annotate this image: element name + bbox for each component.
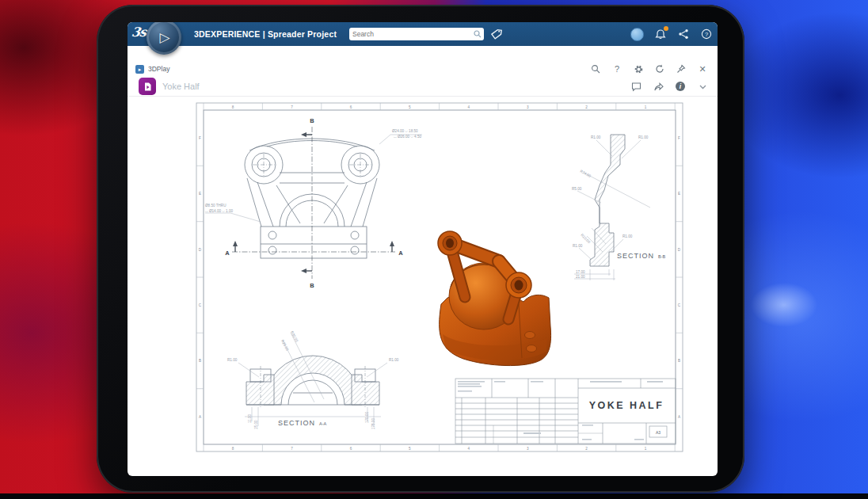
part-title: YOKE HALF xyxy=(589,400,664,411)
window-controls: ? ✕ xyxy=(590,63,708,74)
zone-label: 8 xyxy=(232,447,234,451)
zone-label: 3 xyxy=(527,105,529,109)
document-header: Yoke Half xyxy=(128,76,718,97)
dimension-label: R25.00 xyxy=(280,339,290,352)
document-title: Yoke Half xyxy=(162,82,200,91)
dimension-label: 15.00 xyxy=(254,420,258,429)
global-search[interactable] xyxy=(349,28,484,40)
notification-dot xyxy=(664,26,668,31)
dimension-label: ⌴ Ø14.00 ⌵ 1.00 xyxy=(205,209,233,213)
zone-label: 7 xyxy=(291,105,293,109)
zone-label: E xyxy=(678,192,680,196)
tab-3dplay[interactable]: 3DPlay xyxy=(148,65,169,73)
tag-icon[interactable] xyxy=(489,27,504,41)
section-line-a xyxy=(232,241,395,252)
zone-label: 1 xyxy=(645,447,647,451)
search-input[interactable] xyxy=(349,30,474,38)
dimension-label: 178.00 xyxy=(371,418,375,429)
platform-topbar: 3s 3DEXPERIENCE | Spreader Project xyxy=(128,22,718,46)
dimension-label: ⌴ Ø26.00 ⌵ 4.50 xyxy=(394,135,421,139)
section-marker-a-right: A xyxy=(398,250,403,257)
dimension-label: R1.00 xyxy=(591,135,601,139)
dimension-label: R1.00 xyxy=(638,135,649,139)
pin-icon[interactable] xyxy=(676,63,687,74)
section-marker-a-left: A xyxy=(225,250,230,257)
refresh-icon[interactable] xyxy=(654,63,665,74)
zone-label: A xyxy=(199,415,202,419)
bottom-letterbox-bar xyxy=(0,493,868,499)
section-a-suffix: A-A xyxy=(319,421,327,426)
dimension-label: R1.00 xyxy=(389,358,399,362)
zone-label: C xyxy=(678,303,681,307)
dimension-label: R5.00 xyxy=(572,187,582,191)
zone-label: 7 xyxy=(291,447,293,451)
section-a-label: SECTION xyxy=(278,419,315,427)
zone-label: D xyxy=(199,248,202,252)
3dplay-doc-icon xyxy=(139,78,156,95)
tablet-screen: 3s 3DEXPERIENCE | Spreader Project xyxy=(128,22,718,476)
section-b-suffix: B-B xyxy=(658,254,666,259)
dimension-label: Ø24.00 ⌵ 18.50 xyxy=(392,129,418,133)
dimension-label: 17.00 xyxy=(576,270,585,274)
section-a-dimensions: R30.00 R25.00 R1.00 R1.00 11.00 15.00 17… xyxy=(227,330,399,429)
zone-label: 3 xyxy=(527,447,529,451)
topbar-right-cluster: ? xyxy=(630,22,713,46)
section-marker-b-bottom: B xyxy=(310,282,314,289)
section-marker-b-top: B xyxy=(310,117,314,124)
dimension-label: Ø8.50 THRU xyxy=(205,204,226,208)
zone-label: 6 xyxy=(350,105,352,109)
zone-label: B xyxy=(199,359,201,363)
zone-label: 6 xyxy=(350,447,352,451)
drawing-canvas[interactable]: 8 7 6 5 4 3 2 1 8 7 6 5 4 3 2 1 F xyxy=(128,97,718,476)
zone-label: 4 xyxy=(468,105,470,109)
section-b-label: SECTION xyxy=(617,252,654,260)
help-icon[interactable]: ? xyxy=(700,28,713,40)
zone-label: 2 xyxy=(585,447,588,451)
sheet-format-label: A3 xyxy=(656,430,661,435)
front-view xyxy=(205,127,422,279)
zone-label: 4 xyxy=(468,447,470,451)
zone-label: E xyxy=(199,192,201,196)
zone-label: 8 xyxy=(232,105,234,109)
svg-text:?: ? xyxy=(705,31,708,38)
3dexperience-compass[interactable]: ▷ xyxy=(147,22,181,55)
title-block xyxy=(455,379,676,444)
zone-label: 1 xyxy=(645,105,647,109)
viewer-search-icon[interactable] xyxy=(590,63,601,74)
dimension-label: 170.00 xyxy=(365,412,369,423)
zone-label: B xyxy=(678,359,680,363)
tablet-device: 3s 3DEXPERIENCE | Spreader Project xyxy=(97,5,744,493)
model-3d[interactable] xyxy=(438,231,551,366)
platform-title: 3DEXPERIENCE | Spreader Project xyxy=(194,22,337,46)
compass-play-icon: ▷ xyxy=(159,31,169,44)
zone-label: C xyxy=(199,303,202,307)
user-avatar[interactable] xyxy=(630,28,644,41)
notifications-bell-icon[interactable] xyxy=(654,28,667,40)
dimension-label: R1.00 xyxy=(227,358,238,362)
section-line-b xyxy=(301,127,312,279)
dimension-label: R1.00 xyxy=(622,234,633,238)
zone-label: 5 xyxy=(409,447,411,451)
dimension-label: 11.00 xyxy=(248,413,252,423)
zone-label: A xyxy=(678,415,681,419)
dimension-label: R24.00 xyxy=(580,169,592,178)
3ds-logo[interactable]: 3s xyxy=(131,25,147,40)
share-network-icon[interactable] xyxy=(677,28,690,40)
scene: 3s 3DEXPERIENCE | Spreader Project xyxy=(0,0,868,499)
zone-label: F xyxy=(199,136,201,140)
dimension-label: R30.00 xyxy=(290,330,299,343)
viewer-help-icon[interactable]: ? xyxy=(611,63,622,74)
dimension-label: 21.00 xyxy=(576,275,585,279)
close-icon[interactable]: ✕ xyxy=(697,63,708,74)
settings-gear-icon[interactable] xyxy=(633,63,644,74)
3dplay-app-icon: ▸ xyxy=(135,65,144,74)
zone-label: 2 xyxy=(585,105,588,109)
dimension-label: R1.00 xyxy=(573,244,583,248)
search-icon xyxy=(474,30,482,38)
zone-label: F xyxy=(678,136,680,140)
zone-label: 5 xyxy=(409,105,411,109)
zone-label: D xyxy=(678,248,681,252)
